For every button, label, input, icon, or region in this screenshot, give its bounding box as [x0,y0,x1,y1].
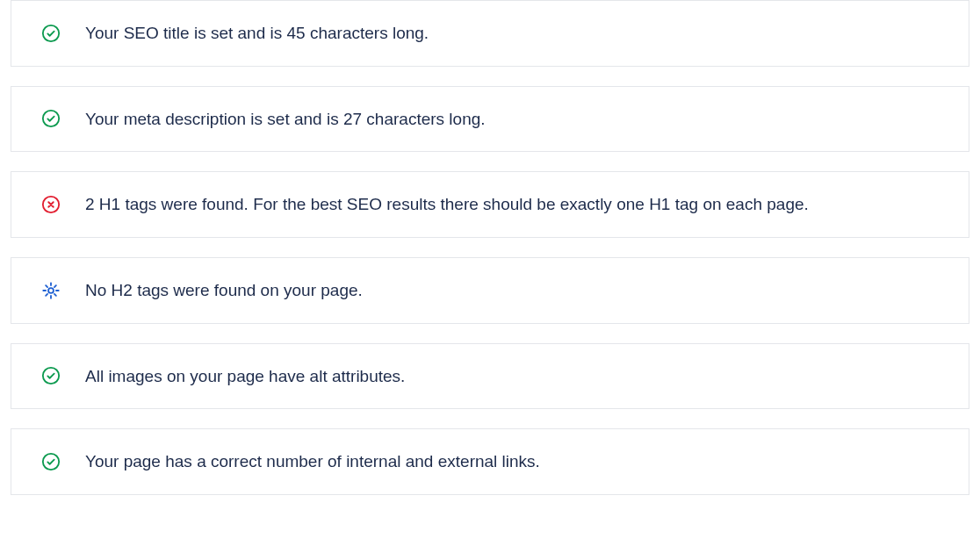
check-circle-icon [41,452,61,471]
check-circle-icon [41,24,61,43]
seo-check-message: Your page has a correct number of intern… [85,450,540,473]
seo-check-item: No H2 tags were found on your page. [11,257,969,324]
check-circle-icon [41,109,61,128]
seo-check-message: Your meta description is set and is 27 c… [85,108,486,131]
seo-check-item: Your SEO title is set and is 45 characte… [11,0,969,67]
check-circle-icon [41,366,61,385]
seo-check-item: Your meta description is set and is 27 c… [11,86,969,153]
svg-point-5 [43,454,59,470]
seo-check-message: All images on your page have alt attribu… [85,365,405,388]
gear-icon [41,281,61,300]
svg-point-1 [43,111,59,126]
seo-check-message: No H2 tags were found on your page. [85,279,363,302]
seo-check-item: 2 H1 tags were found. For the best SEO r… [11,171,969,238]
seo-check-item: Your page has a correct number of intern… [11,428,969,495]
svg-point-0 [43,25,59,41]
seo-check-message: Your SEO title is set and is 45 characte… [85,22,429,45]
svg-point-3 [48,288,54,293]
svg-point-4 [43,368,59,384]
x-circle-icon [41,195,61,214]
seo-check-list: Your SEO title is set and is 45 characte… [0,0,980,495]
seo-check-item: All images on your page have alt attribu… [11,343,969,410]
seo-check-message: 2 H1 tags were found. For the best SEO r… [85,193,809,216]
